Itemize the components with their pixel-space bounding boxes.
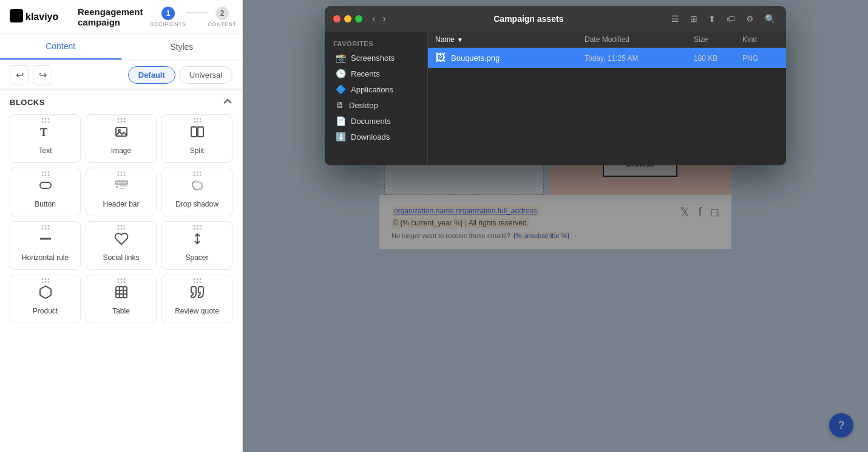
block-item-image[interactable]: Image [86,114,157,163]
finder-share-btn[interactable]: ⬆ [706,13,718,25]
step-1-label: RECIPIENTS [151,21,186,27]
tab-content[interactable]: Content [0,34,121,60]
step-2-circle: 2 [215,7,229,20]
finder-item-desktop-label: Desktop [349,101,378,110]
screenshots-icon: 📸 [336,53,346,63]
finder-item-documents-label: Documents [351,117,391,126]
finder-forward-btn[interactable]: › [380,12,388,26]
drag-handle-horizontal-rule [41,225,49,230]
step-connector [186,12,208,13]
block-item-header-bar[interactable]: Header bar [86,168,157,216]
drag-handle-product [41,278,49,283]
finder-window: ‹ › Campaign assets ☰ ⊞ ⬆ 🏷 ⚙ 🔍 [325,6,786,165]
split-block-icon [188,122,207,142]
block-item-review-quote[interactable]: Review quote [161,275,232,323]
traffic-light-fullscreen[interactable] [355,15,362,22]
svg-rect-7 [40,182,51,188]
drag-handle-text [41,118,49,123]
drop-shadow-block-icon [188,176,207,195]
svg-point-9 [116,186,118,188]
sort-arrow: ▼ [457,36,463,43]
bouquets-file-icon: 🖼 [435,52,446,64]
drag-handle-image [117,118,125,123]
svg-rect-8 [115,181,127,184]
desktop-icon: 🖥 [336,100,344,110]
finder-item-screenshots-label: Screenshots [351,53,395,63]
block-item-table[interactable]: Table [86,275,157,323]
finder-view-list-btn[interactable]: ☰ [669,13,682,25]
finder-file-kind-bouquets: PNG [742,54,779,63]
header-bar-block-icon [112,176,131,195]
col-kind[interactable]: Kind [742,35,779,44]
block-item-drop-shadow[interactable]: Drop shadow [161,168,232,216]
block-label-button: Button [35,200,56,208]
content-styles-tabs: Content Styles [0,34,242,60]
block-label-drop-shadow: Drop shadow [175,200,219,208]
traffic-light-minimize[interactable] [344,15,351,22]
step-1-circle: 1 [161,7,175,20]
redo-button[interactable]: ↪ [33,65,52,84]
blocks-collapse-icon[interactable] [223,97,232,107]
step-2[interactable]: 2 CONTENT [208,7,237,27]
block-item-split[interactable]: Split [161,114,232,163]
finder-item-downloads[interactable]: ⬇️ Downloads [327,129,425,145]
undo-button[interactable]: ↩ [10,65,29,84]
finder-view-grid-btn[interactable]: ⊞ [688,13,700,25]
drag-handle-table [117,278,125,283]
block-item-button[interactable]: Button [10,168,81,216]
table-block-icon [112,282,131,302]
svg-point-4 [118,129,120,131]
downloads-icon: ⬇️ [336,132,346,142]
svg-text:T: T [40,126,47,139]
toolbar-row: ↩ ↪ Default Universal [0,60,242,90]
finder-action-btn[interactable]: ⚙ [744,13,756,25]
svg-rect-0 [10,9,23,22]
finder-item-screenshots[interactable]: 📸 Screenshots [327,50,425,66]
finder-item-applications-label: Applications [351,85,393,94]
block-item-product[interactable]: Product [10,275,81,323]
drag-handle-social-links [117,225,125,230]
step-1[interactable]: 1 RECIPIENTS [151,7,186,27]
button-block-icon [36,176,55,195]
traffic-lights [333,15,362,22]
block-item-social-links[interactable]: Social links [86,221,157,270]
block-label-text: Text [38,146,52,155]
block-item-horizontal-rule[interactable]: Horizontal rule [10,221,81,270]
finder-item-documents[interactable]: 📄 Documents [327,113,425,129]
campaign-title: Reengagement campaign [78,7,143,27]
finder-back-btn[interactable]: ‹ [370,12,378,26]
finder-search-btn[interactable]: 🔍 [762,13,778,25]
review-quote-block-icon [188,282,207,302]
view-universal-btn[interactable]: Universal [179,66,232,84]
col-date[interactable]: Date Modified [585,35,694,44]
block-label-table: Table [112,307,130,315]
svg-rect-6 [198,127,203,137]
finder-item-downloads-label: Downloads [351,132,390,142]
finder-nav-btns: ‹ › [370,12,388,26]
drag-handle-split [193,118,201,123]
finder-tag-btn[interactable]: 🏷 [724,13,737,25]
col-name[interactable]: Name ▼ [435,35,585,44]
view-toggle: Default Universal [128,66,232,84]
col-size[interactable]: Size [694,35,742,44]
finder-body: Favorites 📸 Screenshots 🕒 Recents 🔷 Appl… [325,32,786,165]
block-item-text[interactable]: T Text [10,114,81,163]
finder-file-row-bouquets[interactable]: 🖼 Bouquets.png Today, 11:25 AM 180 KB PN… [428,48,786,68]
block-item-spacer[interactable]: Spacer [161,221,232,270]
social-links-block-icon [112,229,131,248]
drag-handle-review-quote [193,278,201,283]
finder-item-applications[interactable]: 🔷 Applications [327,81,425,97]
app-header: klaviyo Reengagement campaign 1 RECIPIEN… [0,0,242,34]
finder-toolbar-right: ☰ ⊞ ⬆ 🏷 ⚙ 🔍 [669,13,778,25]
recents-icon: 🕒 [336,69,346,78]
klaviyo-logo[interactable]: klaviyo [10,9,70,25]
documents-icon: 📄 [336,116,346,126]
tab-styles[interactable]: Styles [121,34,243,60]
block-label-spacer: Spacer [185,253,208,262]
view-default-btn[interactable]: Default [128,66,175,84]
finder-item-desktop[interactable]: 🖥 Desktop [327,97,425,113]
blocks-title: Blocks [10,98,45,107]
applications-icon: 🔷 [336,84,346,94]
traffic-light-close[interactable] [333,15,341,22]
finder-item-recents[interactable]: 🕒 Recents [327,66,425,81]
